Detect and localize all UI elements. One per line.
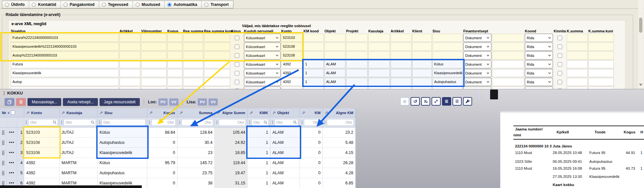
- finantsretsept-select[interactable]: Dokument: [463, 51, 491, 60]
- objekt-cell[interactable]: [324, 51, 345, 60]
- koond-select[interactable]: Rida: [525, 69, 553, 77]
- header-summa[interactable]: Summa: [177, 108, 215, 117]
- column-wrench-icon[interactable]: [217, 111, 220, 114]
- column-wrench-icon[interactable]: [325, 111, 328, 114]
- koond-select[interactable]: Rida: [525, 51, 553, 60]
- jaga-ressurssidelt-button[interactable]: Jaga ressurssidelt: [100, 98, 140, 106]
- konto-cell[interactable]: 523108: [281, 51, 303, 60]
- rea-summa-input[interactable]: [183, 87, 203, 89]
- projekt-input[interactable]: [346, 34, 368, 42]
- rea-summa-kuni-input[interactable]: [204, 60, 230, 68]
- column-wrench-icon[interactable]: [62, 111, 65, 114]
- kinnita-checkbox[interactable]: [558, 62, 562, 67]
- finantsretsept-select[interactable]: Dokument: [463, 87, 491, 89]
- finantsretsept-select[interactable]: Dokument: [463, 78, 491, 86]
- row-menu-button[interactable]: •••: [7, 168, 17, 178]
- km-kood-cell[interactable]: 1: [304, 69, 324, 77]
- sisu-cell[interactable]: Klaasipesuvedelik: [432, 69, 463, 77]
- kasutaja-input[interactable]: [368, 60, 390, 68]
- rea-summa-input[interactable]: [183, 51, 203, 60]
- rea-summa-kuni-input[interactable]: [204, 34, 230, 42]
- k-summa-input[interactable]: [567, 51, 588, 60]
- ainus-checkbox[interactable]: [235, 36, 239, 40]
- k-summa-input[interactable]: [567, 34, 588, 42]
- artikkel-input[interactable]: [120, 51, 140, 60]
- projekt-input[interactable]: [346, 51, 368, 60]
- km-kood-cell[interactable]: 1: [304, 60, 324, 68]
- massasetaja-button[interactable]: Massasetaja...: [28, 98, 61, 106]
- km-kood-cell[interactable]: [304, 87, 324, 89]
- km-kood-cell[interactable]: [304, 43, 324, 51]
- drag-handle[interactable]: ⣿: [0, 138, 7, 148]
- koond-select[interactable]: Rida: [525, 60, 553, 68]
- klient-input[interactable]: [412, 43, 432, 51]
- projekt-input[interactable]: [346, 87, 368, 89]
- kogus-input[interactable]: [167, 78, 182, 86]
- klient-input[interactable]: [412, 87, 432, 89]
- drag-handle[interactable]: ⣿: [0, 168, 7, 178]
- kuulub-personali-select[interactable]: Kütusekaart: [244, 34, 281, 42]
- header-konto[interactable]: Konto: [24, 108, 60, 117]
- objekt-cell[interactable]: [324, 34, 345, 42]
- kuulub-personali-select[interactable]: Kütusekaart: [244, 60, 281, 68]
- konto-cell[interactable]: 523108: [281, 43, 303, 51]
- ainus-checkbox[interactable]: [235, 62, 239, 67]
- finantsretsept-select[interactable]: Dokument: [463, 60, 491, 68]
- objekt-cell[interactable]: ALAM: [324, 78, 345, 86]
- sisu-cell[interactable]: Kütus: [432, 60, 463, 68]
- ainus-checkbox[interactable]: [235, 71, 239, 76]
- kasutaja-input[interactable]: [368, 43, 390, 51]
- header-algne-km[interactable]: Algne KM: [323, 108, 356, 117]
- projekt-input[interactable]: [346, 78, 368, 86]
- rea-summa-input[interactable]: [183, 69, 203, 77]
- rea-summa-kuni-input[interactable]: [204, 51, 230, 60]
- objekt-cell[interactable]: ALAM: [324, 60, 345, 68]
- loo-pv-button[interactable]: PV: [158, 98, 168, 106]
- viitenumber-input[interactable]: [141, 69, 167, 77]
- tab-kontaktid[interactable]: Kontaktid: [29, 1, 61, 8]
- search-algne-km-input[interactable]: [327, 119, 354, 126]
- rea-summa-input[interactable]: [183, 78, 203, 86]
- kogus-input[interactable]: [167, 60, 182, 68]
- excel-export-button[interactable]: [421, 97, 430, 106]
- sisaldus-cell[interactable]: Futura: [11, 60, 119, 68]
- row-menu-button[interactable]: •••: [7, 138, 17, 148]
- kuulub-personali-select[interactable]: Kütusekaart: [244, 51, 281, 60]
- row-height-dense-button[interactable]: [452, 97, 462, 106]
- ainus-checkbox[interactable]: [235, 80, 239, 84]
- k-summa-kuni-input[interactable]: [588, 87, 614, 89]
- viitenumber-input[interactable]: [141, 87, 167, 89]
- header-kogus[interactable]: Kogus: [147, 108, 177, 117]
- artikkel2-input[interactable]: [391, 34, 412, 42]
- k-summa-input[interactable]: [567, 87, 588, 89]
- loo-vv-button[interactable]: VV: [169, 98, 178, 106]
- search-summa-input[interactable]: [181, 119, 213, 126]
- lisa-vv-button[interactable]: VV: [209, 98, 218, 106]
- rea-summa-input[interactable]: [183, 34, 203, 42]
- koond-select[interactable]: Rida: [525, 87, 553, 89]
- header-algne-summa[interactable]: Algne Summ: [215, 108, 248, 117]
- finantsretsept-select[interactable]: Dokument: [463, 43, 491, 51]
- row-menu-button[interactable]: •••: [7, 148, 17, 158]
- kasutaja-input[interactable]: [368, 69, 390, 77]
- expander-icon[interactable]: ⟩: [301, 120, 303, 125]
- expander-icon[interactable]: ⟩: [149, 120, 150, 125]
- undo-button[interactable]: ↺: [411, 97, 420, 106]
- tab-automaatika[interactable]: Automaatika: [165, 1, 202, 8]
- k-summa-kuni-input[interactable]: [588, 78, 614, 86]
- km-kood-cell[interactable]: [304, 51, 324, 60]
- clear-filters-button[interactable]: ⊗: [400, 97, 409, 106]
- scrollbar-down-arrow[interactable]: [639, 84, 642, 86]
- k-summa-input[interactable]: [567, 69, 588, 77]
- row-menu-button[interactable]: •••: [7, 128, 17, 138]
- kuulub-personali-select[interactable]: Kütusekaart: [244, 69, 281, 77]
- viitenumber-input[interactable]: [141, 51, 167, 60]
- header-nr[interactable]: Nr ∧: [0, 108, 24, 117]
- k-summa-input[interactable]: [567, 43, 588, 51]
- rea-summa-kuni-input[interactable]: [204, 87, 230, 89]
- column-wrench-icon[interactable]: [149, 111, 153, 114]
- kinnita-checkbox[interactable]: [558, 44, 562, 49]
- viitenumber-input[interactable]: [141, 60, 167, 68]
- aseta-retsept-button[interactable]: Aseta retsept...: [63, 98, 98, 106]
- tab-tegevused[interactable]: Tegevused: [99, 1, 133, 8]
